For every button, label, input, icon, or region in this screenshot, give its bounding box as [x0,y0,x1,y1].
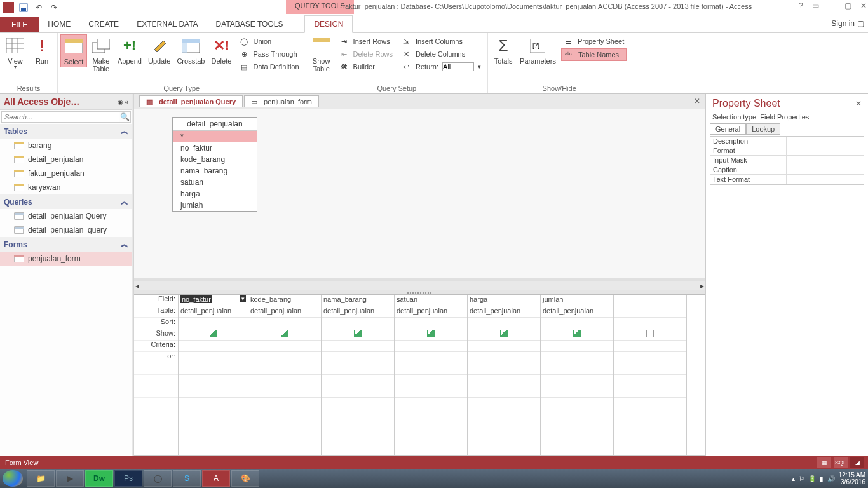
tab-database-tools[interactable]: DATABASE TOOLS [207,16,292,32]
grid-field-cell[interactable]: no_faktur▾ [179,295,248,306]
grid-table-cell[interactable]: detail_penjualan [395,306,467,318]
table-box[interactable]: detail_penjualan *no_fakturkode_barangna… [172,117,257,212]
append-button[interactable]: +!Append [115,34,144,66]
save-icon[interactable] [18,2,29,13]
grid-criteria-cell[interactable] [541,341,613,352]
datasheet-view-icon[interactable]: ▦ [817,458,831,468]
pin-icon[interactable]: ◉ « [118,98,128,105]
taskbar-access[interactable]: A [202,470,230,487]
insert-columns-button[interactable]: ⇲Insert Columns [399,36,484,47]
tab-external-data[interactable]: EXTERNAL DATA [128,16,207,32]
tab-general[interactable]: General [710,123,746,135]
data-definition-button[interactable]: ▤Data Definition [236,61,301,72]
grid-field-cell[interactable]: kode_barang [248,295,321,306]
close-tab-icon[interactable]: ✕ [694,97,700,105]
grid-show-cell[interactable] [395,329,467,341]
grid-criteria-cell[interactable] [468,341,540,352]
show-table-button[interactable]: Show Table [309,34,334,74]
builder-button[interactable]: 🛠Builder [337,61,395,72]
table-field[interactable]: nama_barang [173,165,257,177]
grid-column[interactable]: kode_barangdetail_penjualan [248,295,322,455]
grid-field-cell[interactable] [614,295,686,306]
tray-battery-icon[interactable]: 🔋 [808,475,816,482]
grid-field-cell[interactable]: nama_barang [322,295,394,306]
nav-item-query[interactable]: detail_penjualan Query [0,209,132,223]
grid-sort-cell[interactable] [248,318,321,329]
select-button[interactable]: Select [60,34,87,67]
nav-item-table[interactable]: karyawan [0,180,132,194]
totals-button[interactable]: ΣTotals [491,34,516,66]
tab-lookup[interactable]: Lookup [746,123,780,135]
grid-column[interactable]: no_faktur▾detail_penjualan [179,295,248,455]
table-field[interactable]: no_faktur [173,142,257,154]
query-design-upper[interactable]: detail_penjualan *no_fakturkode_barangna… [134,109,705,281]
grid-show-cell[interactable] [541,329,613,341]
grid-sort-cell[interactable] [322,318,394,329]
grid-column[interactable] [614,295,687,455]
grid-field-cell[interactable]: jumlah [541,295,613,306]
nav-group-forms[interactable]: Forms︽ [0,237,132,252]
grid-table-cell[interactable]: detail_penjualan [541,306,613,318]
taskbar-paint[interactable]: 🎨 [231,470,259,487]
property-sheet-button[interactable]: ☰Property Sheet [561,36,627,47]
nav-item-form[interactable]: penjualan_form [0,252,132,266]
grid-criteria-cell[interactable] [179,341,248,352]
nav-item-table[interactable]: faktur_penjualan [0,166,132,180]
sql-view-icon[interactable]: SQL [834,458,848,468]
tray-chevron-icon[interactable]: ▴ [792,475,795,482]
grid-criteria-cell[interactable] [322,341,394,352]
undo-icon[interactable]: ↶ [33,2,44,13]
table-field[interactable]: kode_barang [173,154,257,165]
sign-in[interactable]: Sign in ▢ [831,19,864,28]
grid-criteria-cell[interactable] [614,341,686,352]
doc-tab-form[interactable]: ▭penjualan_form [244,95,319,107]
grid-column[interactable]: nama_barangdetail_penjualan [322,295,395,455]
nav-header[interactable]: All Access Obje… ◉ « [0,94,132,110]
minimize-icon[interactable]: — [828,1,836,10]
tab-design[interactable]: DESIGN [304,15,353,33]
taskbar-dw[interactable]: Dw [85,470,113,487]
nav-item-table[interactable]: barang [0,139,132,152]
property-row[interactable]: Input Mask [710,156,864,165]
insert-rows-button[interactable]: ⇥Insert Rows [337,36,395,47]
delete-columns-button[interactable]: ✕Delete Columns [399,48,484,60]
union-button[interactable]: ◯Union [236,36,301,47]
nav-item-query[interactable]: detail_penjualan_query [0,223,132,237]
grid-show-cell[interactable] [322,329,394,341]
property-row[interactable]: Description [710,137,864,146]
grid-or-cell[interactable] [179,352,248,363]
tray-volume-icon[interactable]: 🔊 [827,475,835,482]
grid-or-cell[interactable] [322,352,394,363]
grid-sort-cell[interactable] [395,318,467,329]
grid-or-cell[interactable] [395,352,467,363]
grid-criteria-cell[interactable] [395,341,467,352]
property-row[interactable]: Format [710,146,864,156]
nav-group-tables[interactable]: Tables︽ [0,124,132,139]
property-value[interactable] [787,175,864,184]
help-icon[interactable]: ? [799,1,803,10]
grid-show-cell[interactable] [468,329,540,341]
table-field[interactable]: satuan [173,177,257,188]
tab-home[interactable]: HOME [39,16,79,32]
ribbon-collapse-icon[interactable]: ▭ [812,1,819,10]
delete-button[interactable]: ✕!Delete [208,34,234,66]
parameters-button[interactable]: [?]Parameters [517,34,559,66]
tray-clock[interactable]: 12:15 AM3/6/2016 [839,471,865,485]
nav-item-table[interactable]: detail_penjualan [0,152,132,166]
grid-table-cell[interactable]: detail_penjualan [248,306,321,318]
grid-table-cell[interactable]: detail_penjualan [468,306,540,318]
taskbar-explorer[interactable]: 📁 [27,470,55,487]
grid-show-cell[interactable] [179,329,248,341]
delete-rows-button[interactable]: ⇤Delete Rows [337,48,395,60]
doc-tab-query[interactable]: ▦detail_penjualan Query [139,95,243,107]
grid-show-cell[interactable] [614,329,686,341]
return-input[interactable] [442,62,474,71]
table-names-button[interactable]: ᵃᵇᶜTable Names [561,48,627,61]
splitter[interactable] [134,290,705,295]
grid-sort-cell[interactable] [614,318,686,329]
property-row[interactable]: Text Format [710,175,864,184]
run-button[interactable]: !Run [29,34,55,66]
view-button[interactable]: View▾ [3,34,28,72]
property-value[interactable] [787,146,864,155]
close-icon[interactable]: ✕ [855,99,862,108]
